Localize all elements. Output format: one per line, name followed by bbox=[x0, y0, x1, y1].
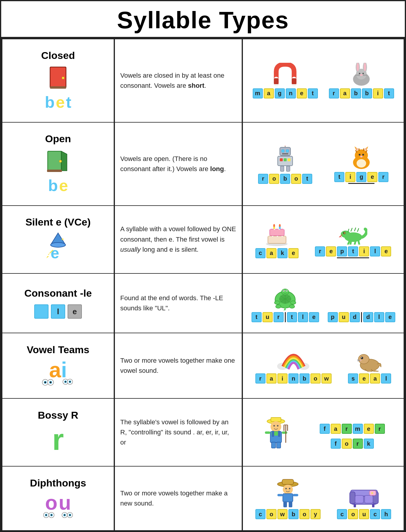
silente-desc: A syllable with a vowel followed by ONE … bbox=[120, 224, 236, 254]
svg-point-84 bbox=[291, 301, 296, 304]
bossyr-title: Bossy R bbox=[38, 409, 78, 421]
svg-point-114 bbox=[277, 425, 278, 427]
tile-g: g bbox=[275, 88, 285, 98]
tile-i4: i bbox=[277, 373, 288, 384]
diph-desc-cell: Two or more vowels together make a new s… bbox=[114, 467, 242, 531]
bossyr-r-char: r bbox=[52, 425, 64, 454]
consonantle-title: Consonant -le bbox=[24, 287, 92, 299]
svg-rect-120 bbox=[282, 431, 287, 434]
tile-n2: n bbox=[288, 373, 299, 384]
couch-svg: ★ bbox=[349, 484, 379, 507]
reptile-svg bbox=[339, 221, 367, 245]
svg-rect-36 bbox=[288, 158, 291, 161]
svg-rect-140 bbox=[282, 479, 293, 484]
svg-rect-5 bbox=[292, 78, 296, 84]
svg-point-89 bbox=[44, 381, 46, 383]
rainbow-item: r a i n b o w bbox=[255, 348, 332, 384]
closed-letter-demo: b e t bbox=[45, 93, 71, 111]
syllable-grid: Closed b e t Vowels are closed in by at … bbox=[1, 38, 405, 531]
tile-e4: e bbox=[326, 246, 336, 256]
tile-o5: o bbox=[266, 509, 277, 519]
rabbit-svg bbox=[348, 63, 375, 87]
tile-l: l bbox=[370, 246, 380, 256]
vowelteams-name-cell: Vowel Teams a i bbox=[1, 333, 114, 399]
tile-box1 bbox=[34, 304, 49, 319]
tile-r4: r bbox=[315, 246, 325, 256]
vowelteams-desc-cell: Two or more vowels together make one vow… bbox=[114, 333, 242, 399]
tiger-tiles: t i g e r bbox=[334, 172, 388, 182]
svg-point-82 bbox=[286, 290, 287, 291]
svg-rect-125 bbox=[271, 442, 276, 448]
tile-l2: l bbox=[51, 304, 65, 319]
svg-rect-20 bbox=[48, 152, 61, 170]
tile-l5: l bbox=[381, 373, 391, 384]
couch-tiles: c o u c h bbox=[337, 509, 391, 519]
tile-i: i bbox=[373, 88, 383, 98]
tile-t7: t bbox=[287, 312, 297, 322]
tile-c: c bbox=[255, 248, 266, 258]
svg-point-142 bbox=[285, 488, 287, 489]
silente-illus-row: c a k e bbox=[248, 221, 398, 258]
svg-point-30 bbox=[285, 153, 286, 154]
diph-illus-row: c o w b o y bbox=[248, 478, 398, 519]
svg-rect-147 bbox=[283, 501, 287, 507]
puddle-item: p u d d l e bbox=[328, 284, 395, 322]
svg-line-109 bbox=[357, 361, 360, 361]
seal-tiles: s e a l bbox=[348, 373, 391, 384]
cake-item: c a k e bbox=[255, 223, 299, 258]
tile-o2: o bbox=[291, 174, 301, 184]
svg-point-14 bbox=[360, 74, 363, 76]
tile-b3: b bbox=[280, 174, 290, 184]
tile-r: r bbox=[329, 88, 339, 98]
rainbow-tiles: r a i n b o w bbox=[255, 373, 332, 384]
farmer-svg bbox=[262, 416, 290, 449]
bossyr-illus-row: f a r m e r f o r k bbox=[248, 416, 398, 449]
tile-m2: m bbox=[353, 424, 363, 434]
consonantle-illus-row: t u r t l e p u bbox=[248, 284, 398, 322]
silente-desc-cell: A syllable with a vowel followed by ONE … bbox=[114, 206, 242, 274]
svg-point-25 bbox=[284, 146, 286, 146]
vce-svg: ★ e bbox=[45, 231, 71, 261]
farmer-item bbox=[262, 416, 290, 449]
open-title: Open bbox=[45, 133, 71, 145]
svg-point-71 bbox=[343, 232, 345, 234]
door-svg bbox=[48, 65, 68, 89]
svg-point-81 bbox=[283, 290, 284, 291]
svg-point-78 bbox=[282, 289, 289, 295]
svg-point-47 bbox=[360, 156, 363, 157]
diph-title: Diphthongs bbox=[30, 477, 86, 489]
tile-t6: t bbox=[252, 312, 262, 322]
tiger-syllable-line bbox=[348, 183, 374, 184]
open-desc: Vowels are open. (There is no consonant … bbox=[120, 154, 236, 174]
svg-point-106 bbox=[361, 357, 362, 358]
tile-e7: e bbox=[385, 312, 395, 322]
tile-t4: t bbox=[334, 172, 344, 182]
consonantle-illus-cell: t u r t l e p u bbox=[242, 274, 405, 334]
open-illus-cell: r o b o t bbox=[242, 123, 405, 206]
letter-e: e bbox=[56, 93, 65, 111]
tile-y: y bbox=[310, 509, 321, 519]
tile-f: f bbox=[320, 424, 330, 434]
tile-a2: a bbox=[340, 88, 350, 98]
svg-point-10 bbox=[357, 63, 359, 71]
svg-rect-126 bbox=[277, 442, 281, 448]
tile-c2: c bbox=[255, 509, 266, 519]
open-door-svg bbox=[46, 149, 70, 173]
tile-h: h bbox=[381, 509, 391, 519]
tile-u: u bbox=[263, 312, 273, 322]
svg-point-29 bbox=[283, 153, 285, 154]
tile-r3: r bbox=[378, 172, 388, 182]
letter-b: b bbox=[45, 93, 54, 111]
tile-e8: e bbox=[359, 373, 369, 384]
bossyr-icon: r bbox=[52, 425, 64, 454]
tile-p: p bbox=[337, 246, 347, 256]
tile-k2: k bbox=[364, 439, 374, 449]
svg-rect-148 bbox=[289, 501, 292, 507]
tile-t2: t bbox=[384, 88, 394, 98]
tile-a6: a bbox=[331, 424, 341, 434]
tile-n: n bbox=[286, 88, 296, 98]
svg-rect-146 bbox=[293, 494, 298, 496]
diph-u-char: u bbox=[59, 492, 71, 513]
magnet-svg bbox=[272, 63, 299, 87]
svg-rect-38 bbox=[286, 166, 290, 171]
